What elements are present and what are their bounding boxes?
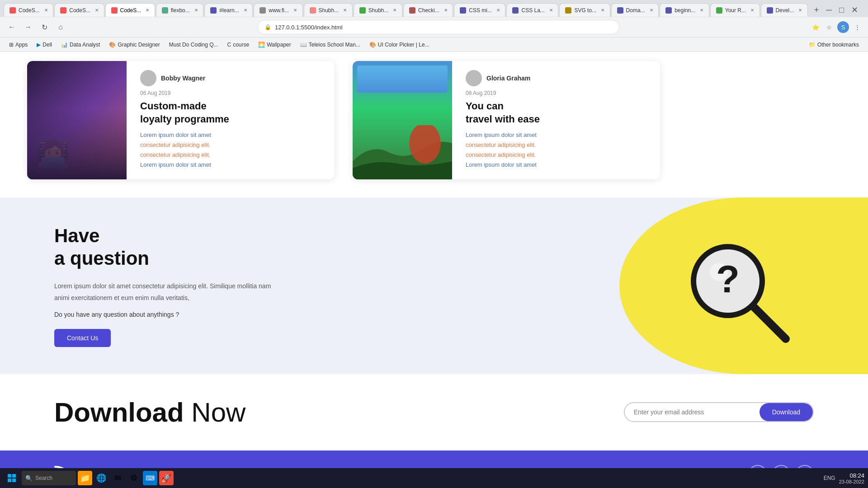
download-section: Download Now Download (0, 374, 868, 450)
svg-line-5 (754, 307, 786, 339)
bookmark-dell[interactable]: ▶ Dell (33, 41, 56, 49)
card-image-1: 👩‍💻 (27, 61, 127, 179)
bookmark-teleios[interactable]: 📖 Teleios School Man... (297, 41, 364, 49)
faq-question: Do you have any question about anythings… (54, 311, 552, 318)
card-date-2: 08 Aug 2019 (466, 90, 540, 96)
svg-rect-11 (12, 474, 16, 478)
faq-description: Lorem ipsum dolor sit amet consectetur a… (54, 281, 280, 303)
bookmark-wallpaper[interactable]: 🌅 Wallpaper (255, 41, 295, 49)
bookmark-coding[interactable]: Must Do Coding Q... (165, 41, 222, 49)
start-button[interactable] (4, 470, 20, 486)
bookmarks-bar: ⊞ Apps ▶ Dell 📊 Data Analyst 🎨 Graphic D… (0, 37, 868, 52)
bookmark-apps[interactable]: ⊞ Apps (5, 41, 31, 49)
email-input[interactable] (625, 403, 760, 421)
bookmark-data-analyst[interactable]: 📊 Data Analyst (57, 41, 104, 49)
bookmark-other[interactable]: 📁 Other bookmarks (805, 41, 863, 49)
new-tab-button[interactable]: + (811, 4, 823, 17)
tab-7[interactable]: Shubh... ✕ (304, 3, 353, 17)
faq-content: Have a question Lorem ipsum dolor sit am… (0, 197, 597, 374)
da-icon: 📊 (61, 42, 68, 48)
dell-icon: ▶ (37, 42, 41, 48)
taskbar-lang: ENG (824, 475, 835, 481)
taskbar-settings[interactable]: ⚙ (127, 471, 141, 485)
tab-15[interactable]: Your R... ✕ (710, 3, 760, 17)
bookmark-course[interactable]: C course (224, 41, 253, 49)
card-avatar-row-2: Gloria Graham (466, 70, 540, 86)
taskbar-app8[interactable]: 🚀 (159, 471, 174, 485)
page-content: 👩‍💻 Bobby Wagner 06 Aug 2019 Custom-made… (0, 52, 868, 488)
browser-chrome: CodeS... ✕ CodeS... ✕ CodeS... ✕ flexbo.… (0, 0, 868, 52)
card-body-2: Gloria Graham 08 Aug 2019 You cantravel … (461, 61, 549, 179)
bookmark-color-picker[interactable]: 🎨 UI Color Picker | Le... (366, 41, 433, 49)
blog-card-2: Gloria Graham 08 Aug 2019 You cantravel … (353, 61, 660, 179)
reload-button[interactable]: ↻ (38, 21, 51, 33)
tab-14[interactable]: beginn... ✕ (660, 3, 709, 17)
cards-section: 👩‍💻 Bobby Wagner 06 Aug 2019 Custom-made… (0, 52, 868, 197)
tab-12[interactable]: SVG to... ✕ (559, 3, 610, 17)
tab-5[interactable]: #learn... ✕ (204, 3, 253, 17)
email-form: Download (624, 402, 814, 422)
forward-button[interactable]: → (22, 21, 34, 33)
address-bar[interactable]: 🔒 127.0.0.1:5500/index.html (258, 20, 619, 34)
more-icon[interactable]: ⋮ (852, 22, 863, 33)
svg-text:?: ? (716, 258, 740, 300)
extensions-icon[interactable]: ⭐ (810, 22, 821, 33)
faq-magnifier: ? (683, 236, 782, 335)
blog-card-1: 👩‍💻 Bobby Wagner 06 Aug 2019 Custom-made… (27, 61, 335, 179)
svg-rect-12 (8, 479, 11, 482)
card-date-1: 06 Aug 2019 (140, 90, 229, 96)
window-controls: ─ □ ✕ (823, 5, 864, 15)
card-body-1: Bobby Wagner 06 Aug 2019 Custom-madeloya… (136, 61, 238, 179)
bookmark-icon[interactable]: ☆ (824, 22, 835, 33)
home-button[interactable]: ⌂ (54, 21, 67, 33)
tab-11[interactable]: CSS La... ✕ (506, 3, 558, 17)
contact-us-button[interactable]: Contact Us (54, 329, 111, 347)
svg-rect-13 (12, 479, 16, 482)
download-title: Download Now (54, 397, 245, 428)
download-button[interactable]: Download (760, 403, 813, 421)
minimize-button[interactable]: ─ (823, 5, 835, 15)
svg-rect-10 (8, 474, 11, 478)
card-image-2 (353, 61, 452, 179)
tab-2[interactable]: CodeS... ✕ (54, 3, 104, 17)
close-button[interactable]: ✕ (849, 5, 861, 15)
card-title-1: Custom-madeloyalty programme (140, 100, 229, 126)
faq-image-area: ? (597, 197, 868, 374)
card-avatar-row-1: Bobby Wagner (140, 70, 229, 86)
taskbar-file-explorer[interactable]: 📁 (78, 471, 92, 485)
taskbar: 🔍 Search 📁 🌐 ✉ ⚙ ⌨ 🚀 ENG 08:24 23-08-202… (0, 468, 868, 488)
taskbar-mail[interactable]: ✉ (110, 471, 125, 485)
apps-icon: ⊞ (9, 42, 14, 48)
taskbar-vscode[interactable]: ⌨ (143, 471, 157, 485)
toolbar-icons: ⭐ ☆ S ⋮ (810, 21, 863, 33)
tab-16[interactable]: Devel... ✕ (761, 3, 808, 17)
taskbar-clock: 08:24 23-08-2022 (839, 472, 864, 484)
bookmark-graphic-designer[interactable]: 🎨 Graphic Designer (105, 41, 163, 49)
tab-bar: CodeS... ✕ CodeS... ✕ CodeS... ✕ flexbo.… (0, 0, 868, 17)
faq-section: Have a question Lorem ipsum dolor sit am… (0, 197, 868, 374)
tab-4[interactable]: flexbo... ✕ (156, 3, 204, 17)
card-text-2: Lorem ipsum dolor sit amet consectetur a… (466, 130, 540, 170)
back-button[interactable]: ← (5, 21, 18, 33)
tab-10[interactable]: CSS mi... ✕ (454, 3, 505, 17)
taskbar-search[interactable]: 🔍 Search (22, 471, 76, 485)
tab-1[interactable]: CodeS... ✕ (4, 3, 53, 17)
card-author-2: Gloria Graham (486, 75, 530, 82)
gd-icon: 🎨 (109, 42, 116, 48)
card-avatar-1 (140, 70, 156, 86)
card-avatar-2 (466, 70, 482, 86)
tab-9[interactable]: Checki... ✕ (403, 3, 453, 17)
card-title-2: You cantravel with ease (466, 100, 540, 126)
tab-8[interactable]: Shubh... ✕ (354, 3, 402, 17)
taskbar-browser[interactable]: 🌐 (94, 471, 108, 485)
card-text-1: Lorem ipsum dolor sit amet consectetur a… (140, 130, 229, 170)
profile-icon[interactable]: S (837, 21, 849, 33)
tab-3[interactable]: CodeS... ✕ (105, 3, 155, 17)
faq-title: Have a question (54, 225, 552, 270)
maximize-button[interactable]: □ (836, 5, 847, 15)
email-input-wrapper: Download (624, 402, 814, 422)
address-bar-row: ← → ↻ ⌂ 🔒 127.0.0.1:5500/index.html ⭐ ☆ … (0, 17, 868, 37)
taskbar-right: ENG 08:24 23-08-2022 (824, 472, 864, 484)
tab-13[interactable]: Doma... ✕ (611, 3, 659, 17)
tab-6[interactable]: www.fi... ✕ (254, 3, 302, 17)
